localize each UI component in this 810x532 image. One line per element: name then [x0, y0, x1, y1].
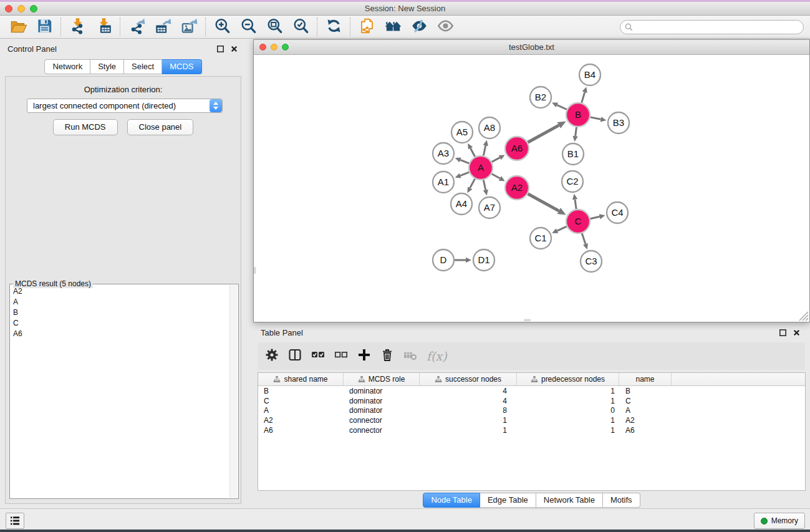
- zoom-fit-button[interactable]: [261, 17, 287, 37]
- graph-node-B[interactable]: B: [566, 103, 590, 127]
- graph-edge-A-A7[interactable]: [483, 180, 486, 190]
- graph-edge-C-C2[interactable]: [575, 200, 576, 210]
- graph-node-D[interactable]: D: [433, 249, 454, 271]
- graph-edge-C-C3[interactable]: [582, 233, 586, 244]
- graph-node-B4[interactable]: B4: [579, 64, 600, 85]
- trash-button[interactable]: [379, 348, 395, 364]
- optimization-criterion-select[interactable]: largest connected component (directed): [27, 99, 223, 113]
- graph-edge-A6-B[interactable]: [528, 125, 559, 142]
- graph-edge-A-A3[interactable]: [460, 160, 469, 163]
- graph-node-A6[interactable]: A6: [505, 137, 529, 160]
- graph-node-A8[interactable]: A8: [479, 117, 500, 138]
- graph-node-C2[interactable]: C2: [562, 171, 583, 192]
- result-item[interactable]: A2: [10, 286, 229, 296]
- close-panel-icon[interactable]: [229, 44, 239, 54]
- graph-edge-A-A6[interactable]: [492, 158, 500, 162]
- task-history-button[interactable]: [6, 513, 24, 529]
- memory-button[interactable]: Memory: [754, 513, 805, 529]
- tab-select[interactable]: Select: [124, 59, 162, 74]
- home-button[interactable]: [380, 17, 406, 37]
- graph-edge-B-B2[interactable]: [557, 105, 567, 109]
- graph-edge-B-B4[interactable]: [582, 92, 585, 103]
- result-item[interactable]: B: [10, 307, 229, 317]
- graph-node-C1[interactable]: C1: [530, 228, 551, 249]
- float-panel-icon[interactable]: [216, 44, 225, 54]
- save-session-button[interactable]: [31, 17, 57, 37]
- network-close-button[interactable]: [259, 44, 266, 51]
- network-minimize-button[interactable]: [271, 44, 277, 51]
- result-item[interactable]: C: [10, 318, 229, 329]
- graph-node-B2[interactable]: B2: [530, 87, 551, 108]
- zoom-in-button[interactable]: [209, 17, 235, 37]
- table-row[interactable]: A2connector11A2: [258, 415, 805, 425]
- tab-network-table[interactable]: Network Table: [536, 493, 603, 508]
- close-panel-button[interactable]: Close panel: [127, 119, 194, 135]
- table-row[interactable]: Bdominator41B: [258, 386, 805, 396]
- check-pair-button[interactable]: [310, 348, 326, 364]
- graph-node-C3[interactable]: C3: [581, 251, 602, 272]
- network-canvas[interactable]: B4B2BB3A5A8A6A3B1AA1C2A2A4A7C4CC1C3DD1: [254, 55, 809, 322]
- table-row[interactable]: Adominator80A: [258, 406, 805, 416]
- run-mcds-button[interactable]: Run MCDS: [53, 119, 118, 135]
- graph-edge-A-A8[interactable]: [483, 145, 486, 155]
- graph-node-A1[interactable]: A1: [433, 172, 454, 193]
- fx-button[interactable]: f(x): [425, 348, 448, 364]
- minimize-window-button[interactable]: [17, 5, 25, 12]
- graph-node-A4[interactable]: A4: [451, 193, 472, 215]
- table-row[interactable]: A6connector11A6: [258, 425, 805, 435]
- column-header-successor-nodes[interactable]: successor nodes: [420, 373, 517, 385]
- hide-selected-button[interactable]: [406, 17, 432, 37]
- graph-node-D1[interactable]: D1: [473, 249, 494, 271]
- graph-edge-B-B3[interactable]: [591, 117, 601, 119]
- refresh-button[interactable]: [321, 17, 347, 37]
- graph-edge-A-A1[interactable]: [460, 172, 469, 175]
- zoom-selected-button[interactable]: [287, 17, 314, 37]
- network-zoom-button[interactable]: [282, 44, 289, 51]
- resize-grip-icon[interactable]: [799, 312, 808, 321]
- open-session-button[interactable]: [5, 17, 31, 37]
- graph-edge-A2-C[interactable]: [528, 194, 559, 211]
- tab-network[interactable]: Network: [44, 59, 90, 74]
- table-row[interactable]: Cdominator41C: [258, 396, 805, 406]
- graph-node-B1[interactable]: B1: [562, 143, 584, 165]
- plus-button[interactable]: [356, 348, 372, 364]
- graph-node-A2[interactable]: A2: [505, 176, 529, 200]
- column-header-shared-name[interactable]: shared name: [258, 373, 344, 385]
- graph-edge-A-A5[interactable]: [471, 148, 475, 157]
- uncheck-pair-button[interactable]: [333, 348, 349, 364]
- graph-node-C4[interactable]: C4: [607, 202, 628, 223]
- import-network-button[interactable]: [64, 17, 90, 37]
- graph-node-C[interactable]: C: [566, 210, 590, 233]
- gear-button[interactable]: [264, 348, 280, 364]
- close-window-button[interactable]: [5, 5, 12, 12]
- graph-edge-B-B1[interactable]: [576, 127, 577, 136]
- search-input[interactable]: [620, 20, 804, 34]
- import-table-button[interactable]: [90, 17, 117, 37]
- result-item[interactable]: A6: [10, 329, 229, 339]
- graph-edge-A-A4[interactable]: [470, 179, 475, 188]
- tab-style[interactable]: Style: [90, 59, 124, 74]
- export-image-button[interactable]: [176, 17, 202, 37]
- result-scrollbar[interactable]: [229, 285, 238, 498]
- graph-node-A5[interactable]: A5: [451, 122, 473, 143]
- column-header-name[interactable]: name: [619, 373, 672, 385]
- graph-node-A7[interactable]: A7: [479, 197, 500, 218]
- tab-edge-table[interactable]: Edge Table: [480, 493, 536, 508]
- tab-motifs[interactable]: Motifs: [603, 493, 640, 508]
- zoom-window-button[interactable]: [30, 5, 37, 12]
- delete-table-button[interactable]: [402, 348, 418, 364]
- export-table-button[interactable]: [150, 17, 176, 37]
- graph-edge-C-C4[interactable]: [591, 216, 600, 218]
- show-all-button[interactable]: [432, 17, 458, 37]
- columns-button[interactable]: [287, 348, 303, 364]
- export-network-button[interactable]: [123, 17, 150, 37]
- float-table-panel-icon[interactable]: [778, 328, 788, 337]
- zoom-out-button[interactable]: [235, 17, 261, 37]
- graph-node-A3[interactable]: A3: [433, 143, 454, 164]
- column-header-MCDS-role[interactable]: MCDS role: [344, 373, 420, 385]
- graph-edge-A-A2[interactable]: [492, 174, 500, 178]
- close-table-panel-icon[interactable]: [792, 328, 801, 337]
- graph-edge-C-C1[interactable]: [557, 226, 566, 231]
- clone-network-button[interactable]: [354, 17, 380, 37]
- tab-mcds[interactable]: MCDS: [162, 59, 201, 74]
